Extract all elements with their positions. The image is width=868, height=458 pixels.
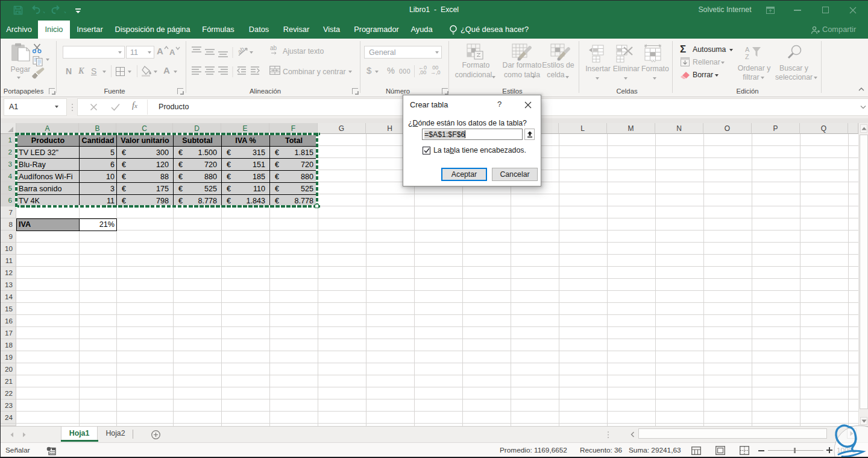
svg-text:A: A [745,46,750,53]
svg-text:Z: Z [745,53,749,60]
svg-text:ab: ab [270,45,277,51]
